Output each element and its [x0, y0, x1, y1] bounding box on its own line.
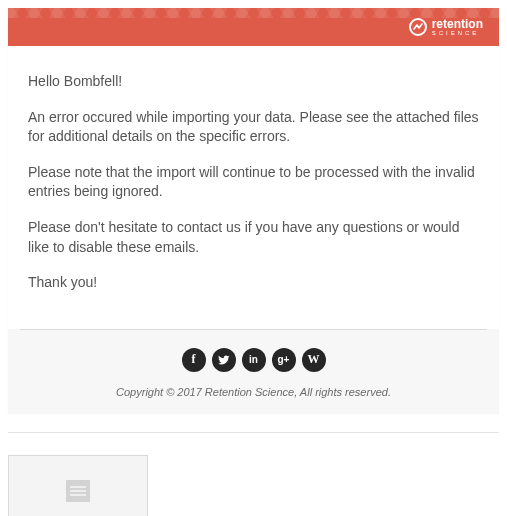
brand-logo: retention SCIENCE — [409, 18, 483, 36]
email-header: retention SCIENCE — [8, 8, 499, 46]
googleplus-glyph: g+ — [278, 354, 290, 365]
brand-name-bottom: SCIENCE — [432, 30, 483, 36]
body-paragraph-2: Please note that the import will continu… — [28, 163, 479, 202]
brand-text: retention SCIENCE — [432, 18, 483, 36]
wordpress-icon[interactable]: W — [302, 348, 326, 372]
document-icon — [66, 480, 90, 502]
facebook-glyph: f — [192, 352, 196, 367]
divider-line — [20, 329, 487, 330]
greeting-text: Hello Bombfell! — [28, 72, 479, 92]
body-paragraph-3: Please don't hesitate to contact us if y… — [28, 218, 479, 257]
twitter-glyph — [218, 354, 230, 366]
googleplus-icon[interactable]: g+ — [272, 348, 296, 372]
twitter-icon[interactable] — [212, 348, 236, 372]
attachment-preview — [9, 456, 147, 516]
brand-name-top: retention — [432, 18, 483, 30]
wordpress-glyph: W — [308, 352, 320, 367]
section-divider — [8, 432, 499, 433]
linkedin-glyph: in — [249, 354, 258, 365]
linkedin-icon[interactable]: in — [242, 348, 266, 372]
email-body: Hello Bombfell! An error occured while i… — [8, 46, 499, 329]
body-paragraph-1: An error occured while importing your da… — [28, 108, 479, 147]
attachment-card[interactable]: items — [8, 455, 148, 516]
brand-mark-icon — [409, 18, 427, 36]
copyright-text: Copyright © 2017 Retention Science, All … — [8, 380, 499, 402]
facebook-icon[interactable]: f — [182, 348, 206, 372]
thanks-text: Thank you! — [28, 273, 479, 293]
email-container: retention SCIENCE Hello Bombfell! An err… — [8, 8, 499, 414]
social-row: f in g+ W — [8, 338, 499, 380]
